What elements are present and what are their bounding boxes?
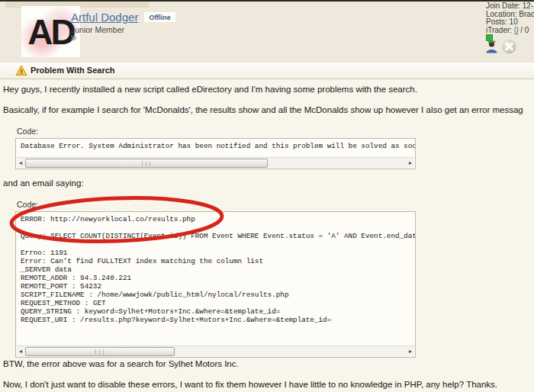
chevron-orange-icon: ›: [72, 31, 75, 43]
forum-post: AD Artful DodgerOffline Junior Member ››…: [0, 0, 534, 392]
user-title: Junior Member: [71, 25, 124, 34]
warning-icon: !: [15, 65, 27, 79]
username-link[interactable]: Artful Dodger: [71, 11, 138, 24]
code-text-1: Database Error. System Administrator has…: [21, 142, 416, 150]
user-profile-icon[interactable]: [485, 40, 499, 56]
itrader-label: iTrader:: [486, 26, 514, 34]
post-paragraph-btw: BTW, the error above was for a search fo…: [3, 359, 239, 368]
scroll-thumb[interactable]: |||: [25, 159, 268, 168]
code2-hscrollbar[interactable]: ◂ ||| ▸: [17, 345, 414, 356]
scroll-right-arrow-icon[interactable]: ▸: [409, 346, 412, 356]
post-content: Hey guys, I recently installed a new scr…: [0, 79, 534, 392]
code-box-1: Database Error. System Administrator has…: [15, 138, 416, 169]
code-box-2: ERROR: http://newyorklocal.co/results.ph…: [15, 211, 416, 358]
code1-hscrollbar[interactable]: ◂ ||| ▸: [17, 157, 414, 168]
message-orb-icon[interactable]: [501, 39, 517, 57]
code-label-1: Code:: [17, 127, 38, 136]
scroll-left-arrow-icon[interactable]: ◂: [19, 346, 22, 356]
post-paragraph-basically: Basically, if for example I search for '…: [3, 105, 523, 114]
user-stats: Join Date: 12- Location: Brad Posts: 10 …: [486, 2, 534, 35]
post-title-bar: ! Problem With Search: [0, 62, 534, 79]
itrader-row: iTrader: 0 / 0: [486, 27, 534, 35]
user-header: Artful DodgerOffline: [71, 11, 175, 24]
scroll-right-arrow-icon[interactable]: ▸: [409, 158, 412, 168]
post-title: Problem With Search: [31, 66, 115, 75]
status-badge: Offline: [144, 12, 175, 22]
itrader-suffix: / 0: [518, 26, 529, 34]
scroll-thumb[interactable]: |||: [25, 347, 175, 356]
svg-text:!: !: [20, 67, 22, 76]
code-text-2: ERROR: http://newyorklocal.co/results.ph…: [21, 215, 416, 324]
go-to-post-chevrons[interactable]: ››: [70, 31, 76, 44]
code-label-2: Code:: [17, 200, 38, 209]
post-paragraph-email: and an email saying:: [3, 178, 83, 188]
post-paragraph-intro: Hey guys, I recently installed a new scr…: [3, 85, 417, 94]
post-paragraph-closing: Now, I don't just want to disable these …: [3, 380, 497, 389]
scroll-left-arrow-icon[interactable]: ◂: [19, 158, 22, 168]
